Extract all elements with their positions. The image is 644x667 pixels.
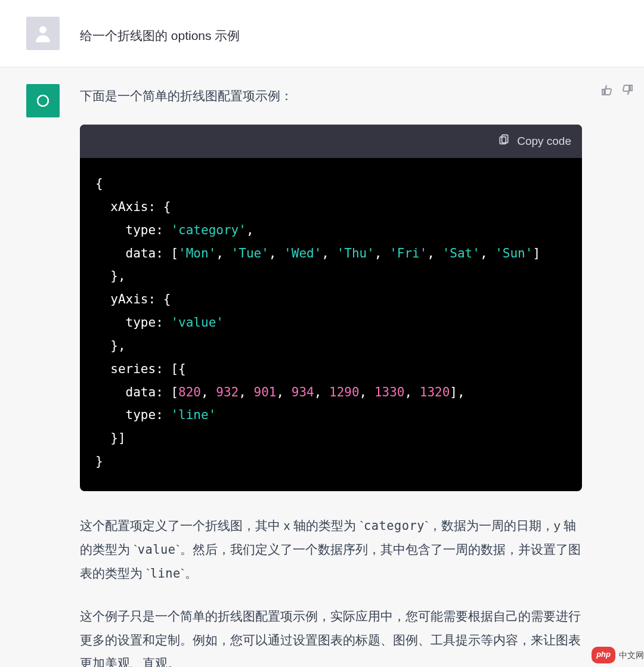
assistant-content: 下面是一个简单的折线图配置项示例： Copy code { xAxis: { t… [80,84,618,667]
feedback-buttons [600,82,634,104]
assistant-message: 下面是一个简单的折线图配置项示例： Copy code { xAxis: { t… [0,67,644,667]
code-token: 'Tue' [231,246,269,260]
code-token: , [404,385,419,399]
user-avatar [26,17,60,50]
text-span: 这个配置项定义了一个折线图，其中 x 轴的类型为 ` [80,519,364,532]
assistant-intro: 下面是一个简单的折线图配置项示例： [80,84,582,108]
clipboard-icon[interactable] [498,131,510,152]
code-token: type: [95,315,171,330]
openai-icon [32,90,54,111]
code-token: 934 [292,385,314,399]
assistant-paragraph-1: 这个配置项定义了一个折线图，其中 x 轴的类型为 `category`，数据为一… [80,514,582,585]
svg-rect-4 [502,135,508,142]
thumbs-down-icon [620,83,634,97]
code-token: 1290 [329,385,360,399]
text-span: `。 [181,566,197,580]
code-line: yAxis: { [95,292,171,306]
user-avatar-cell [26,17,80,50]
code-token: , [239,385,253,399]
code-token: data: [ [95,385,178,399]
inline-code: value [138,542,176,557]
code-line: }, [95,269,126,283]
code-token: type: [95,223,171,237]
code-token: 932 [216,385,239,399]
code-token: 'Mon' [178,246,216,260]
code-token: 1320 [420,385,450,399]
code-token: data: [ [95,246,178,260]
user-text: 给一个折线图的 options 示例 [80,24,582,48]
code-token: , [276,385,291,399]
code-token: , [321,246,336,260]
watermark-text: 中文网 [619,647,644,663]
thumbs-down-button[interactable] [620,82,634,104]
code-token: , [360,385,374,399]
watermark: php 中文网 [592,647,644,663]
code-token: , [201,385,216,399]
copy-code-button[interactable]: Copy code [517,131,571,152]
code-token: ], [450,385,465,399]
user-content: 给一个折线图的 options 示例 [80,17,618,50]
code-line: { [95,176,103,191]
code-block: Copy code { xAxis: { type: 'category', d… [80,125,582,491]
code-token: , [216,246,231,260]
code-line: series: [{ [95,362,186,376]
code-token: type: [95,408,171,422]
code-token: 'Sat' [442,246,480,260]
code-line: }, [95,339,126,353]
code-token: , [374,246,389,260]
code-token: 'value' [171,315,224,330]
code-token: 1330 [374,385,405,399]
assistant-paragraph-2: 这个例子只是一个简单的折线图配置项示例，实际应用中，您可能需要根据自己的需要进行… [80,604,582,667]
code-token: , [314,385,329,399]
inline-code: line [150,566,181,581]
svg-point-3 [36,94,51,108]
inline-code: category [364,519,425,533]
user-message: 给一个折线图的 options 示例 [0,0,644,67]
code-token: 'category' [171,223,246,237]
code-token: , [480,246,495,260]
svg-point-0 [39,26,47,33]
code-token: 820 [178,385,201,399]
code-token: 'Wed' [284,246,321,260]
code-token: 'Sun' [495,246,532,260]
thumbs-up-icon [600,83,614,97]
code-token: 'line' [171,408,216,422]
code-content[interactable]: { xAxis: { type: 'category', data: ['Mon… [80,158,582,491]
code-token: , [246,223,254,237]
thumbs-up-button[interactable] [600,82,614,104]
code-token: 'Thu' [337,246,374,260]
user-icon [32,23,54,44]
code-token: 'Fri' [389,246,427,260]
code-token: , [427,246,442,260]
code-toolbar: Copy code [80,125,582,158]
code-line: } [95,454,103,469]
code-line: xAxis: { [95,200,171,214]
code-token: 901 [254,385,277,399]
assistant-avatar [26,84,60,117]
assistant-avatar-cell [26,84,80,667]
code-token: ] [532,246,540,260]
code-token: , [269,246,284,260]
code-line: }] [95,431,126,445]
watermark-badge: php [592,647,615,663]
